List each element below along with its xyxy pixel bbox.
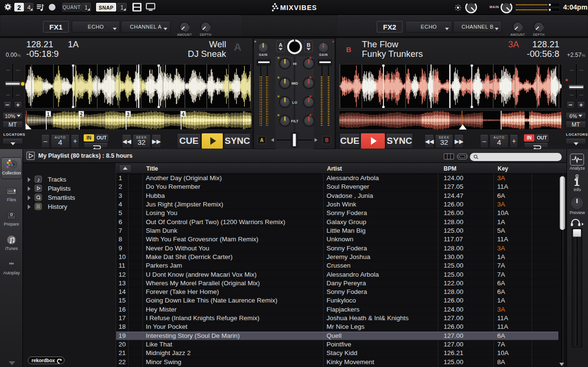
svg-text:MIXVIBES: MIXVIBES — [280, 4, 317, 11]
svg-text:B: B — [325, 138, 328, 143]
svg-text:FILT: FILT — [291, 119, 299, 123]
svg-text:A: A — [279, 42, 283, 48]
svg-text:A: A — [260, 138, 263, 143]
svg-text:HI: HI — [293, 62, 297, 66]
svg-text:3: 3 — [127, 112, 130, 117]
svg-text:♪: ♪ — [37, 176, 40, 183]
svg-text:1: 1 — [47, 112, 50, 117]
svg-text:B: B — [307, 42, 311, 48]
svg-text:4: 4 — [182, 112, 185, 117]
svg-text:GAIN: GAIN — [319, 53, 327, 56]
svg-text:2: 2 — [80, 112, 83, 117]
svg-text:LO: LO — [292, 100, 297, 105]
svg-text:MID: MID — [292, 81, 298, 86]
svg-text:GAIN: GAIN — [259, 53, 267, 56]
